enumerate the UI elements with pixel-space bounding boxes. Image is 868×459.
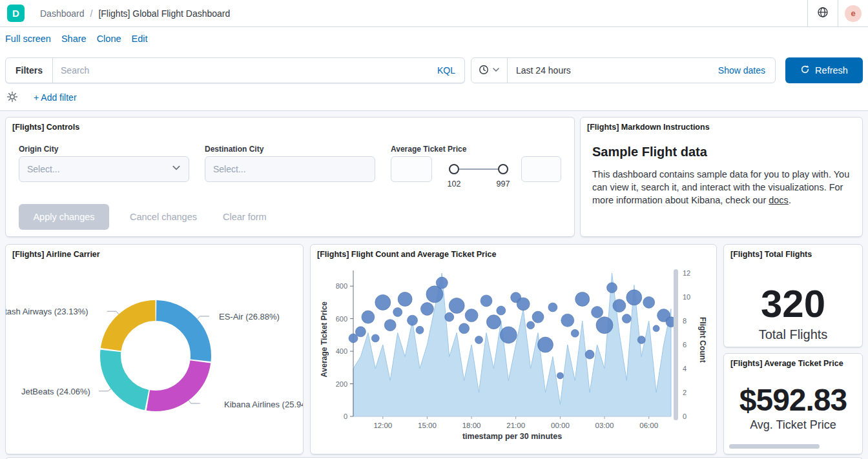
filter-actions-row: + Add filter (6, 90, 77, 105)
top-header: D Dashboard / [Flights] Global Flight Da… (0, 0, 868, 27)
slider-min-value: 102 (445, 179, 463, 189)
kql-button[interactable]: KQL (428, 65, 464, 76)
svg-text:200: 200 (336, 380, 347, 388)
svg-text:400: 400 (336, 347, 347, 355)
kibana-logo[interactable]: D (7, 5, 25, 22)
help-globe-button[interactable] (808, 0, 838, 27)
svg-text:10: 10 (683, 293, 690, 301)
slider-min-thumb[interactable] (449, 164, 459, 174)
svg-text:8: 8 (683, 317, 687, 325)
markdown-body: This dashboard contains sample data for … (592, 168, 854, 207)
slider-track (454, 168, 503, 170)
query-bar: Filters KQL (5, 57, 465, 83)
svg-text:6: 6 (683, 341, 687, 349)
chevron-down-icon (172, 163, 181, 175)
dashboard-grid: [Flights] Controls Origin City Select...… (0, 110, 868, 459)
panel-title: [Flights] Flight Count and Average Ticke… (317, 250, 496, 259)
svg-text:800: 800 (336, 282, 347, 290)
destination-city-select[interactable]: Select... (205, 156, 375, 182)
ticket-price-label: Average Ticket Price (391, 145, 466, 154)
markdown-text: This dashboard contains sample data for … (592, 169, 849, 205)
total-flights-value: 320 (724, 285, 862, 323)
svg-text:03:00: 03:00 (595, 422, 614, 429)
airline-donut-svg (6, 245, 304, 454)
panel-flight-count-chart: [Flights] Flight Count and Average Ticke… (310, 244, 717, 454)
vertical-scrollbar[interactable] (674, 269, 678, 420)
docs-link[interactable]: docs (769, 195, 789, 205)
svg-text:21:00: 21:00 (506, 422, 525, 429)
panel-total-flights: [Flights] Total Flights 320 Total Flight… (723, 244, 863, 347)
quick-time-menu-button[interactable] (471, 58, 508, 83)
clear-form-button[interactable]: Clear form (223, 204, 267, 230)
horizontal-scrollbar[interactable] (729, 444, 820, 449)
add-filter-link[interactable]: + Add filter (34, 92, 77, 103)
svg-text:0: 0 (683, 413, 687, 420)
x-axis-title: timestamp per 30 minutes (353, 432, 671, 441)
panel-title: [Flights] Total Flights (730, 250, 812, 259)
origin-city-label: Origin City (19, 145, 58, 154)
markdown-heading: Sample Flight data (592, 145, 707, 159)
svg-text:12:00: 12:00 (373, 422, 392, 429)
avatar: e (845, 5, 862, 22)
price-range-slider: 102 997 (444, 156, 513, 192)
cancel-changes-button[interactable]: Cancel changes (130, 204, 197, 230)
breadcrumb-dashboard[interactable]: Dashboard (40, 8, 85, 19)
svg-text:0: 0 (344, 413, 347, 420)
flight-chart-svg: 020040060080002468101212:0015:0018:0021:… (317, 264, 711, 433)
refresh-button[interactable]: Refresh (785, 57, 863, 83)
origin-city-select[interactable]: Select... (19, 156, 189, 182)
panel-title: [Flights] Average Ticket Price (730, 359, 843, 368)
panel-average-ticket-price: [Flights] Average Ticket Price $592.83 A… (723, 353, 863, 454)
destination-city-placeholder: Select... (213, 164, 367, 174)
time-picker: Last 24 hours Show dates (471, 57, 776, 83)
header-right: e (807, 0, 868, 26)
svg-text:600: 600 (336, 315, 347, 323)
slider-max-value: 997 (494, 179, 512, 189)
filters-toggle[interactable]: Filters (6, 65, 52, 76)
clone-link[interactable]: Clone (97, 34, 121, 44)
filter-settings-button[interactable] (6, 91, 18, 105)
panel-markdown-instructions: [Flights] Markdown Instructions Sample F… (580, 117, 863, 237)
total-flights-label: Total Flights (724, 327, 862, 342)
donut-label-es-air: ES-Air (26.88%) (219, 312, 280, 321)
gear-icon (6, 91, 18, 105)
edit-link[interactable]: Edit (132, 34, 148, 44)
donut-label-logstash-airways: Logstash Airways (23.13%) (5, 307, 88, 316)
average-ticket-price-label: Avg. Ticket Price (724, 418, 862, 432)
breadcrumb: Dashboard / [Flights] Global Flight Dash… (40, 8, 230, 19)
origin-city-placeholder: Select... (27, 164, 172, 174)
panel-title: [Flights] Airline Carrier (12, 250, 100, 259)
panel-airline-carrier: [Flights] Airline Carrier ES-Air (26.88%… (5, 244, 304, 454)
svg-text:4: 4 (683, 365, 687, 372)
refresh-icon (800, 65, 810, 76)
chevron-down-icon (492, 66, 500, 76)
clock-icon (479, 65, 489, 77)
refresh-button-label: Refresh (815, 65, 848, 76)
average-ticket-price-value: $592.83 (724, 385, 862, 416)
svg-text:00:00: 00:00 (551, 422, 570, 429)
slider-max-thumb[interactable] (498, 164, 508, 174)
destination-city-label: Destination City (205, 145, 264, 154)
svg-text:2: 2 (683, 389, 687, 396)
apply-changes-button[interactable]: Apply changes (19, 204, 109, 230)
price-max-input[interactable] (521, 156, 561, 182)
share-link[interactable]: Share (61, 34, 87, 44)
markdown-text-end: . (789, 195, 791, 205)
page-title: [Flights] Global Flight Dashboard (98, 8, 230, 19)
breadcrumb-separator: / (90, 8, 93, 19)
dashboard-toolbar: Full screen Share Clone Edit (0, 27, 868, 50)
time-range-value[interactable]: Last 24 hours (508, 65, 579, 76)
right-axis-title: Flight Count (698, 317, 707, 363)
svg-text:18:00: 18:00 (462, 422, 481, 429)
globe-icon (817, 6, 829, 20)
donut-label-kibana-airlines: Kibana Airlines (25.94%) (224, 400, 304, 409)
show-dates-link[interactable]: Show dates (718, 65, 775, 76)
search-input[interactable] (53, 65, 428, 76)
svg-text:12: 12 (683, 269, 690, 277)
price-min-input[interactable] (391, 156, 432, 182)
svg-text:06:00: 06:00 (639, 422, 658, 429)
full-screen-link[interactable]: Full screen (5, 34, 51, 44)
user-menu-button[interactable]: e (838, 0, 868, 27)
panel-flights-controls: [Flights] Controls Origin City Select...… (5, 117, 575, 237)
panel-title: [Flights] Markdown Instructions (587, 123, 710, 132)
